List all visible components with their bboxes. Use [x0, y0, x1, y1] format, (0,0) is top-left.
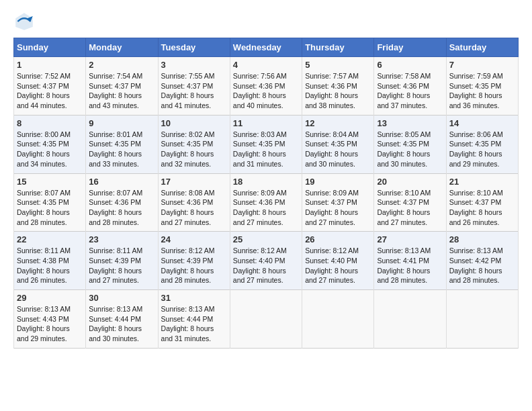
col-header-friday: Friday — [374, 38, 446, 57]
calendar-cell: 19 Sunrise: 8:09 AMSunset: 4:37 PMDaylig… — [302, 173, 374, 232]
day-number: 10 — [161, 118, 227, 128]
calendar-cell: 27 Sunrise: 8:13 AMSunset: 4:41 PMDaylig… — [374, 232, 446, 290]
calendar-cell: 16 Sunrise: 8:07 AMSunset: 4:36 PMDaylig… — [86, 173, 158, 232]
cell-details: Sunrise: 8:03 AMSunset: 4:35 PMDaylight:… — [233, 130, 287, 168]
calendar-cell: 30 Sunrise: 8:13 AMSunset: 4:44 PMDaylig… — [86, 290, 158, 349]
day-number: 3 — [161, 60, 227, 70]
day-number: 28 — [449, 234, 515, 244]
calendar-cell — [230, 290, 302, 349]
cell-details: Sunrise: 8:09 AMSunset: 4:37 PMDaylight:… — [305, 189, 359, 226]
calendar-cell: 15 Sunrise: 8:07 AMSunset: 4:35 PMDaylig… — [14, 173, 86, 232]
cell-details: Sunrise: 8:11 AMSunset: 4:39 PMDaylight:… — [89, 246, 142, 284]
calendar-cell: 6 Sunrise: 7:58 AMSunset: 4:36 PMDayligh… — [374, 57, 446, 116]
calendar-cell: 26 Sunrise: 8:12 AMSunset: 4:40 PMDaylig… — [302, 232, 374, 290]
cell-details: Sunrise: 8:01 AMSunset: 4:35 PMDaylight:… — [89, 130, 142, 168]
cell-details: Sunrise: 7:56 AMSunset: 4:36 PMDaylight:… — [233, 72, 287, 109]
day-number: 29 — [17, 293, 83, 303]
day-number: 21 — [449, 177, 515, 187]
calendar-cell: 7 Sunrise: 7:59 AMSunset: 4:35 PMDayligh… — [446, 57, 518, 116]
calendar-cell: 22 Sunrise: 8:11 AMSunset: 4:38 PMDaylig… — [14, 232, 86, 290]
cell-details: Sunrise: 8:13 AMSunset: 4:43 PMDaylight:… — [17, 305, 71, 342]
calendar-week-row: 8 Sunrise: 8:00 AMSunset: 4:35 PMDayligh… — [14, 115, 519, 173]
calendar-cell: 31 Sunrise: 8:13 AMSunset: 4:44 PMDaylig… — [158, 290, 230, 349]
cell-details: Sunrise: 8:08 AMSunset: 4:36 PMDaylight:… — [161, 189, 215, 226]
day-number: 12 — [305, 118, 371, 128]
calendar-cell — [302, 290, 374, 349]
calendar-header-row: SundayMondayTuesdayWednesdayThursdayFrid… — [14, 38, 519, 57]
calendar-cell: 18 Sunrise: 8:09 AMSunset: 4:36 PMDaylig… — [230, 173, 302, 232]
day-number: 7 — [449, 60, 515, 70]
cell-details: Sunrise: 7:54 AMSunset: 4:37 PMDaylight:… — [89, 72, 142, 109]
calendar-week-row: 22 Sunrise: 8:11 AMSunset: 4:38 PMDaylig… — [14, 232, 519, 290]
day-number: 25 — [233, 234, 299, 244]
calendar-cell: 24 Sunrise: 8:12 AMSunset: 4:39 PMDaylig… — [158, 232, 230, 290]
day-number: 6 — [377, 60, 443, 70]
cell-details: Sunrise: 8:06 AMSunset: 4:35 PMDaylight:… — [449, 130, 503, 168]
cell-details: Sunrise: 8:12 AMSunset: 4:40 PMDaylight:… — [305, 246, 359, 284]
cell-details: Sunrise: 8:13 AMSunset: 4:41 PMDaylight:… — [377, 246, 431, 284]
calendar-cell: 14 Sunrise: 8:06 AMSunset: 4:35 PMDaylig… — [446, 115, 518, 173]
calendar-cell: 1 Sunrise: 7:52 AMSunset: 4:37 PMDayligh… — [14, 57, 86, 116]
day-number: 23 — [89, 234, 154, 244]
calendar-week-row: 1 Sunrise: 7:52 AMSunset: 4:37 PMDayligh… — [14, 57, 519, 116]
cell-details: Sunrise: 8:07 AMSunset: 4:35 PMDaylight:… — [17, 189, 71, 226]
cell-details: Sunrise: 7:55 AMSunset: 4:37 PMDaylight:… — [161, 72, 215, 109]
logo-icon — [13, 11, 35, 32]
day-number: 9 — [89, 118, 154, 128]
cell-details: Sunrise: 8:12 AMSunset: 4:39 PMDaylight:… — [161, 246, 215, 284]
calendar-cell: 29 Sunrise: 8:13 AMSunset: 4:43 PMDaylig… — [14, 290, 86, 349]
day-number: 20 — [377, 177, 443, 187]
calendar-cell — [374, 290, 446, 349]
cell-details: Sunrise: 8:04 AMSunset: 4:35 PMDaylight:… — [305, 130, 359, 168]
day-number: 14 — [449, 118, 515, 128]
day-number: 31 — [161, 293, 227, 303]
cell-details: Sunrise: 8:10 AMSunset: 4:37 PMDaylight:… — [449, 189, 503, 226]
day-number: 30 — [89, 293, 154, 303]
cell-details: Sunrise: 8:12 AMSunset: 4:40 PMDaylight:… — [233, 246, 287, 284]
col-header-wednesday: Wednesday — [230, 38, 302, 57]
day-number: 15 — [17, 177, 83, 187]
cell-details: Sunrise: 8:09 AMSunset: 4:36 PMDaylight:… — [233, 189, 287, 226]
calendar-cell: 17 Sunrise: 8:08 AMSunset: 4:36 PMDaylig… — [158, 173, 230, 232]
page-header — [13, 11, 519, 32]
cell-details: Sunrise: 8:07 AMSunset: 4:36 PMDaylight:… — [89, 189, 142, 226]
day-number: 26 — [305, 234, 371, 244]
day-number: 17 — [161, 177, 227, 187]
calendar-cell: 4 Sunrise: 7:56 AMSunset: 4:36 PMDayligh… — [230, 57, 302, 116]
day-number: 1 — [17, 60, 83, 70]
day-number: 27 — [377, 234, 443, 244]
col-header-tuesday: Tuesday — [158, 38, 230, 57]
calendar-cell: 5 Sunrise: 7:57 AMSunset: 4:36 PMDayligh… — [302, 57, 374, 116]
cell-details: Sunrise: 7:57 AMSunset: 4:36 PMDaylight:… — [305, 72, 359, 109]
day-number: 24 — [161, 234, 227, 244]
calendar-cell: 20 Sunrise: 8:10 AMSunset: 4:37 PMDaylig… — [374, 173, 446, 232]
day-number: 8 — [17, 118, 83, 128]
calendar-week-row: 29 Sunrise: 8:13 AMSunset: 4:43 PMDaylig… — [14, 290, 519, 349]
calendar-cell: 10 Sunrise: 8:02 AMSunset: 4:35 PMDaylig… — [158, 115, 230, 173]
day-number: 2 — [89, 60, 154, 70]
cell-details: Sunrise: 8:13 AMSunset: 4:42 PMDaylight:… — [449, 246, 503, 284]
calendar-week-row: 15 Sunrise: 8:07 AMSunset: 4:35 PMDaylig… — [14, 173, 519, 232]
cell-details: Sunrise: 8:10 AMSunset: 4:37 PMDaylight:… — [377, 189, 431, 226]
day-number: 16 — [89, 177, 154, 187]
col-header-monday: Monday — [86, 38, 158, 57]
calendar-cell: 11 Sunrise: 8:03 AMSunset: 4:35 PMDaylig… — [230, 115, 302, 173]
cell-details: Sunrise: 8:13 AMSunset: 4:44 PMDaylight:… — [89, 305, 142, 342]
calendar-cell: 25 Sunrise: 8:12 AMSunset: 4:40 PMDaylig… — [230, 232, 302, 290]
calendar-table: SundayMondayTuesdayWednesdayThursdayFrid… — [13, 38, 519, 349]
cell-details: Sunrise: 8:00 AMSunset: 4:35 PMDaylight:… — [17, 130, 71, 168]
calendar-cell: 9 Sunrise: 8:01 AMSunset: 4:35 PMDayligh… — [86, 115, 158, 173]
day-number: 22 — [17, 234, 83, 244]
calendar-cell: 13 Sunrise: 8:05 AMSunset: 4:35 PMDaylig… — [374, 115, 446, 173]
day-number: 18 — [233, 177, 299, 187]
logo — [13, 11, 38, 32]
col-header-sunday: Sunday — [14, 38, 86, 57]
day-number: 5 — [305, 60, 371, 70]
calendar-cell: 8 Sunrise: 8:00 AMSunset: 4:35 PMDayligh… — [14, 115, 86, 173]
calendar-cell: 12 Sunrise: 8:04 AMSunset: 4:35 PMDaylig… — [302, 115, 374, 173]
calendar-cell: 28 Sunrise: 8:13 AMSunset: 4:42 PMDaylig… — [446, 232, 518, 290]
calendar-cell — [446, 290, 518, 349]
day-number: 11 — [233, 118, 299, 128]
calendar-cell: 2 Sunrise: 7:54 AMSunset: 4:37 PMDayligh… — [86, 57, 158, 116]
cell-details: Sunrise: 8:05 AMSunset: 4:35 PMDaylight:… — [377, 130, 431, 168]
